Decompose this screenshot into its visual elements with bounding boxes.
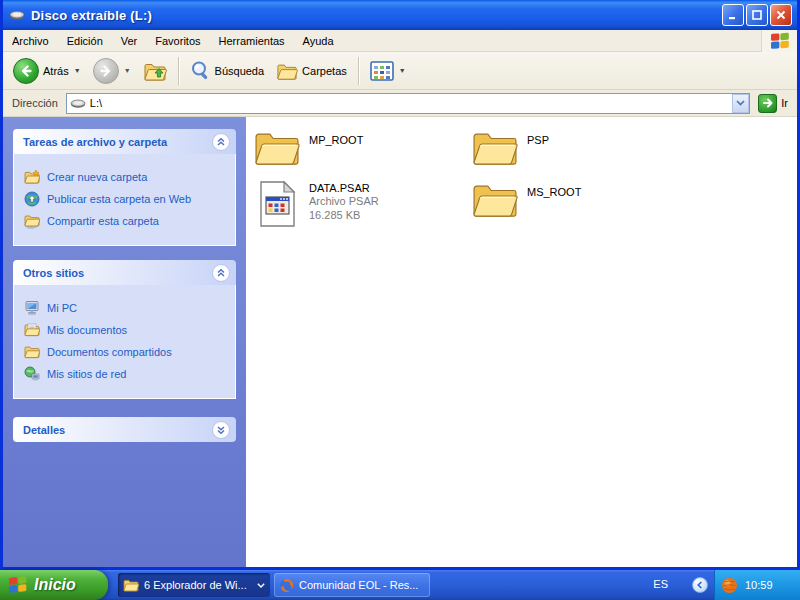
- file-tile-ms-root[interactable]: MS_ROOT: [471, 180, 689, 232]
- folder-icon: [471, 128, 519, 168]
- folders-button[interactable]: Carpetas: [270, 58, 353, 84]
- chevron-left-icon: [696, 581, 704, 589]
- maximize-button[interactable]: [746, 4, 768, 26]
- minimize-button[interactable]: [722, 4, 744, 26]
- tray-app-icon[interactable]: [721, 577, 738, 594]
- views-button[interactable]: ▼: [364, 57, 412, 85]
- up-folder-icon: [143, 59, 167, 83]
- network-places-icon: [24, 366, 40, 382]
- file-tile-mp-root[interactable]: MP_ROOT: [253, 128, 471, 180]
- menu-archivo[interactable]: Archivo: [3, 32, 58, 50]
- task-create-folder[interactable]: Crear nueva carpeta: [24, 169, 229, 185]
- folder-icon: [253, 128, 301, 168]
- task-link-label: Mi PC: [47, 302, 77, 314]
- task-pane: Tareas de archivo y carpeta Crear nueva …: [3, 117, 246, 567]
- task-button-firefox[interactable]: Comunidad EOL - Res...: [274, 573, 430, 597]
- file-name: MP_ROOT: [309, 134, 363, 146]
- file-type: Archivo PSAR: [309, 194, 379, 208]
- folders-label: Carpetas: [302, 65, 347, 77]
- link-my-pc[interactable]: Mi PC: [24, 300, 229, 316]
- menu-edicion[interactable]: Edición: [58, 32, 112, 50]
- task-share-folder[interactable]: Compartir esta carpeta: [24, 213, 229, 229]
- file-name: MS_ROOT: [527, 186, 581, 198]
- panel-other-places-header[interactable]: Otros sitios: [13, 260, 236, 285]
- language-indicator[interactable]: ES: [649, 578, 672, 590]
- publish-web-icon: [24, 191, 40, 207]
- menu-ver[interactable]: Ver: [112, 32, 147, 50]
- clock[interactable]: 10:59: [745, 579, 773, 591]
- collapse-panel-button[interactable]: [212, 264, 230, 282]
- task-button-explorer-group[interactable]: 6 Explorador de Wi...: [118, 573, 270, 597]
- task-link-label: Mis sitios de red: [47, 368, 126, 380]
- folders-icon: [276, 61, 298, 81]
- panel-title: Otros sitios: [23, 267, 84, 279]
- back-label: Atrás: [43, 65, 69, 77]
- views-dropdown-icon[interactable]: ▼: [399, 67, 406, 74]
- link-network-places[interactable]: Mis sitios de red: [24, 366, 229, 382]
- desktop: Disco extraíble (L:) Archivo Edición Ver…: [0, 0, 800, 600]
- unknown-file-icon: [253, 180, 301, 228]
- task-publish-web[interactable]: Publicar esta carpeta en Web: [24, 191, 229, 207]
- toolbar: Atrás ▼ ▼: [3, 52, 797, 90]
- content-area: Tareas de archivo y carpeta Crear nueva …: [3, 117, 797, 567]
- chevron-down-icon: [216, 425, 226, 435]
- search-button[interactable]: Búsqueda: [184, 57, 271, 84]
- address-input[interactable]: L:\: [66, 93, 750, 114]
- task-button-label: Comunidad EOL - Res...: [299, 579, 425, 591]
- menu-ayuda[interactable]: Ayuda: [294, 32, 343, 50]
- views-icon: [370, 60, 394, 82]
- task-link-label: Documentos compartidos: [47, 346, 172, 358]
- forward-arrow-icon: [93, 58, 119, 84]
- removable-disk-icon: [70, 95, 86, 111]
- taskbar: Inicio 6 Explorador de Wi... Comunidad E…: [0, 570, 800, 600]
- file-tile-data-psar[interactable]: DATA.PSAR Archivo PSAR 16.285 KB: [253, 180, 471, 232]
- chevron-down-icon: [257, 583, 265, 588]
- system-tray: 10:59: [714, 570, 800, 600]
- share-folder-icon: [24, 213, 40, 229]
- panel-title: Tareas de archivo y carpeta: [23, 136, 167, 148]
- firefox-icon: [279, 578, 294, 593]
- file-name: PSP: [527, 134, 549, 146]
- hide-icons-button[interactable]: [692, 577, 708, 593]
- back-button[interactable]: Atrás ▼: [7, 55, 87, 87]
- forward-dropdown-icon[interactable]: ▼: [124, 67, 131, 74]
- back-dropdown-icon[interactable]: ▼: [74, 67, 81, 74]
- file-list[interactable]: MP_ROOT PSP DATA.PSAR Archivo PSAR: [246, 117, 797, 567]
- menu-herramientas[interactable]: Herramientas: [210, 32, 294, 50]
- panel-file-tasks-header[interactable]: Tareas de archivo y carpeta: [13, 129, 236, 154]
- forward-button[interactable]: ▼: [87, 55, 137, 87]
- titlebar[interactable]: Disco extraíble (L:): [3, 0, 797, 30]
- go-button[interactable]: Ir: [756, 94, 794, 113]
- panel-title: Detalles: [23, 424, 65, 436]
- my-computer-icon: [24, 300, 40, 316]
- toolbar-separator: [358, 57, 359, 85]
- addressbar: Dirección L:\ Ir: [3, 90, 797, 117]
- folder-icon: [123, 578, 139, 592]
- address-label: Dirección: [6, 97, 66, 109]
- panel-details: Detalles: [13, 417, 236, 442]
- back-arrow-icon: [13, 58, 39, 84]
- start-button[interactable]: Inicio: [0, 570, 108, 600]
- link-shared-documents[interactable]: Documentos compartidos: [24, 344, 229, 360]
- up-button[interactable]: [137, 56, 173, 86]
- panel-other-places: Otros sitios Mi PC: [13, 260, 236, 399]
- panel-file-tasks-body: Crear nueva carpeta Publicar esta carpet…: [13, 154, 236, 246]
- file-name: DATA.PSAR: [309, 182, 379, 194]
- task-button-label: 6 Explorador de Wi...: [144, 579, 252, 591]
- address-dropdown-button[interactable]: [732, 94, 749, 113]
- file-tile-psp[interactable]: PSP: [471, 128, 689, 180]
- removable-disk-icon: [9, 7, 25, 23]
- link-my-documents[interactable]: Mis documentos: [24, 322, 229, 338]
- panel-file-tasks: Tareas de archivo y carpeta Crear nueva …: [13, 129, 236, 246]
- windows-flag-icon: [8, 575, 28, 595]
- close-button[interactable]: [770, 4, 792, 26]
- menu-favoritos[interactable]: Favoritos: [146, 32, 209, 50]
- address-value: L:\: [90, 97, 732, 109]
- expand-panel-button[interactable]: [212, 421, 230, 439]
- search-icon: [190, 60, 211, 81]
- toolbar-separator: [178, 57, 179, 85]
- collapse-panel-button[interactable]: [212, 133, 230, 151]
- explorer-window: Disco extraíble (L:) Archivo Edición Ver…: [0, 0, 800, 570]
- panel-details-header[interactable]: Detalles: [13, 417, 236, 442]
- new-folder-icon: [24, 169, 40, 185]
